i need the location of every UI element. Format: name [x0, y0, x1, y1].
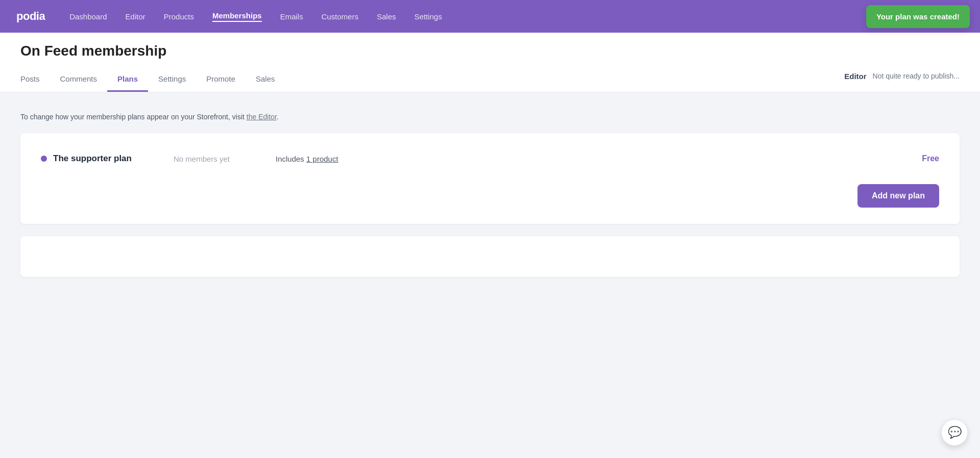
nav-sales[interactable]: Sales: [377, 12, 396, 21]
nav-settings[interactable]: Settings: [414, 12, 442, 21]
nav-links: Dashboard Editor Products Memberships Em…: [69, 11, 964, 22]
logo[interactable]: podia: [16, 10, 45, 23]
toast-notification: Your plan was created!: [866, 5, 970, 28]
plan-name[interactable]: The supporter plan: [53, 154, 132, 164]
bottom-partial-card: [20, 236, 960, 277]
add-new-plan-button[interactable]: Add new plan: [857, 184, 939, 208]
page-title: On Feed membership: [20, 43, 960, 59]
tab-promote[interactable]: Promote: [196, 67, 246, 92]
not-ready-text: Not quite ready to publish...: [873, 72, 960, 80]
nav-memberships[interactable]: Memberships: [212, 11, 262, 22]
tab-posts[interactable]: Posts: [20, 67, 50, 92]
plan-row: The supporter plan No members yet Includ…: [41, 149, 939, 176]
tabs-bar: Posts Comments Plans Settings Promote Sa…: [20, 67, 960, 92]
nav-editor[interactable]: Editor: [126, 12, 145, 21]
nav-products[interactable]: Products: [164, 12, 194, 21]
tab-right-section: Editor Not quite ready to publish...: [844, 72, 960, 88]
nav-emails[interactable]: Emails: [280, 12, 303, 21]
plan-dot-icon: [41, 156, 47, 162]
plan-card: The supporter plan No members yet Includ…: [20, 133, 960, 224]
tab-plans[interactable]: Plans: [107, 67, 148, 92]
navbar: podia Dashboard Editor Products Membersh…: [0, 0, 980, 33]
tab-settings[interactable]: Settings: [148, 67, 196, 92]
plan-members: No members yet: [174, 155, 255, 163]
chat-button[interactable]: 💬: [941, 419, 968, 446]
page-header: On Feed membership Posts Comments Plans …: [0, 33, 980, 92]
nav-customers[interactable]: Customers: [322, 12, 359, 21]
nav-dashboard[interactable]: Dashboard: [69, 12, 107, 21]
plan-price: Free: [909, 154, 939, 163]
tab-sales[interactable]: Sales: [246, 67, 285, 92]
editor-link[interactable]: the Editor: [247, 113, 277, 121]
plan-actions: Add new plan: [41, 184, 939, 208]
plan-includes-link[interactable]: 1 product: [306, 155, 338, 163]
editor-label[interactable]: Editor: [844, 72, 866, 81]
tab-comments[interactable]: Comments: [50, 67, 108, 92]
info-paragraph: To change how your membership plans appe…: [20, 113, 960, 121]
plan-name-section: The supporter plan: [41, 154, 153, 164]
plan-includes: Includes 1 product: [276, 155, 888, 163]
main-content: To change how your membership plans appe…: [0, 92, 980, 297]
chat-icon: 💬: [948, 426, 962, 439]
